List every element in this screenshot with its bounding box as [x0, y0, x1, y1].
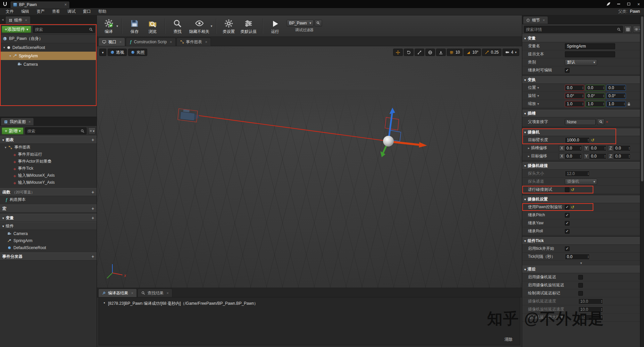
lit-mode-button[interactable]: 光照 [128, 49, 147, 56]
maximize-button[interactable] [624, 0, 633, 8]
lock-icon[interactable] [627, 102, 631, 106]
tree-row-camera[interactable]: Camera [0, 60, 97, 68]
construction-script-item[interactable]: 构造脚本 [0, 196, 97, 203]
location-z-field[interactable]: 0.0 [606, 85, 626, 91]
close-icon[interactable] [205, 40, 207, 44]
inherit-pitch-checkbox[interactable] [565, 213, 570, 218]
close-icon[interactable] [119, 40, 121, 44]
inherit-yaw-checkbox[interactable] [565, 221, 570, 226]
draw-debug-lag-checkbox[interactable] [578, 291, 583, 296]
details-search-input[interactable] [526, 27, 615, 32]
menu-view[interactable]: 查看 [48, 8, 64, 15]
reset-to-default-icon[interactable] [591, 138, 594, 142]
probe-channel-select[interactable]: 摄像机 [565, 179, 597, 185]
location-x-field[interactable]: 0.0 [565, 85, 584, 91]
collapse-icon[interactable] [2, 138, 4, 142]
collapse-panel-icon[interactable] [1, 17, 5, 22]
scale-x-field[interactable]: 1.0 [565, 101, 584, 107]
compile-button[interactable]: 编译 [100, 16, 117, 36]
expand-advanced-icon[interactable] [522, 261, 640, 266]
gizmo-x-arrow[interactable] [392, 142, 420, 145]
menu-window[interactable]: 窗口 [79, 8, 95, 15]
target-offset-z[interactable]: Z0.0 [608, 153, 631, 159]
field-label[interactable]: 目标偏移 [528, 153, 559, 159]
hide-unrelated-options-icon[interactable] [211, 24, 212, 28]
property-matrix-button[interactable] [624, 26, 632, 33]
section-camera[interactable]: 摄像机 [522, 128, 640, 136]
grid-snap-button[interactable]: 10 [447, 49, 463, 56]
tab-construction-script[interactable]: Construction Scrip [126, 38, 175, 46]
tree-row-springarm[interactable]: SpringArm [0, 52, 97, 60]
viewport-options-button[interactable] [99, 49, 106, 56]
tab-viewport[interactable]: 视口 [98, 38, 125, 46]
close-icon[interactable] [166, 291, 168, 295]
section-lag[interactable]: 滞后 [522, 266, 640, 273]
event-item[interactable]: 事件Tick [0, 165, 97, 172]
components-category-header[interactable]: 组件 [0, 222, 97, 230]
menu-edit[interactable]: 编辑 [17, 8, 33, 15]
close-button[interactable] [634, 0, 643, 8]
my-blueprint-search[interactable] [25, 127, 87, 134]
inherit-roll-checkbox[interactable] [565, 229, 570, 234]
tab-find-results[interactable]: 查找结果 [138, 289, 172, 297]
field-label[interactable]: 旋转 [528, 93, 565, 99]
close-icon[interactable] [543, 18, 545, 22]
target-offset-y[interactable]: Y0.0 [583, 153, 606, 159]
tree-row-defaultsceneroot[interactable]: DefaultSceneRoot [0, 43, 97, 52]
event-graph-item[interactable]: 事件图表 [0, 144, 97, 151]
menu-asset[interactable]: 资产 [33, 8, 48, 15]
functions-header[interactable]: 函数 （20可覆盖） [0, 188, 97, 196]
new-button[interactable]: 新增 [2, 127, 23, 134]
details-search[interactable] [524, 26, 623, 33]
variable-springarm-item[interactable]: SpringArm [0, 237, 97, 244]
variables-header[interactable]: 变量 [0, 214, 97, 222]
section-component-tick[interactable]: 组件Tick [522, 237, 640, 245]
enable-camera-lag-checkbox[interactable] [578, 275, 583, 280]
visibility-filter-button[interactable] [88, 127, 96, 134]
section-transform[interactable]: 变换 [522, 76, 640, 84]
category-select[interactable]: 默认 [565, 59, 597, 65]
close-icon[interactable] [131, 291, 133, 295]
debug-search-button[interactable] [315, 20, 322, 26]
tooltip-field[interactable] [565, 51, 615, 57]
play-button[interactable]: 运行 [267, 16, 283, 36]
section-variable[interactable]: 变量 [522, 35, 640, 42]
add-macro-icon[interactable] [92, 206, 94, 211]
tab-components[interactable]: 组件 [5, 16, 31, 24]
macros-header[interactable]: 宏 [0, 205, 97, 213]
my-blueprint-search-input[interactable] [27, 129, 79, 133]
start-with-tick-checkbox[interactable] [565, 246, 570, 251]
variable-defaultsceneroot-item[interactable]: DefaultSceneRoot [0, 244, 97, 251]
window-tab-bp-pawn[interactable]: BP_Pawn [10, 1, 70, 8]
variable-name-field[interactable]: SpringArm [565, 43, 615, 49]
debug-object-select[interactable]: BP_Pawn [287, 20, 314, 26]
components-search-input[interactable] [35, 27, 88, 32]
section-sockets[interactable]: 插槽 [522, 110, 640, 117]
scale-tool-button[interactable] [415, 49, 424, 56]
tab-my-blueprint[interactable]: 我的蓝图 [1, 118, 34, 125]
expander-icon[interactable] [3, 46, 5, 49]
socket-offset-y[interactable]: Y0.0 [583, 145, 606, 151]
log-entry[interactable]: [8278.23]BP_Pawn 编译成功![68 毫秒内]（/Game/Fre… [99, 297, 520, 310]
parent-socket-field[interactable]: None [565, 119, 596, 125]
add-variable-icon[interactable] [92, 215, 94, 221]
do-collision-test-checkbox[interactable] [565, 187, 570, 192]
graphs-header[interactable]: 图表 [0, 136, 97, 144]
minimize-button[interactable] [614, 0, 623, 8]
reset-to-default-icon[interactable] [571, 205, 574, 210]
add-graph-icon[interactable] [92, 137, 94, 142]
dispatchers-header[interactable]: 事件分发器 [0, 252, 97, 261]
details-scrollbar[interactable] [640, 15, 644, 347]
field-label[interactable]: 缩放 [528, 101, 565, 107]
event-item[interactable]: 事件开始运行 [0, 151, 97, 158]
camera-actor[interactable] [178, 109, 199, 122]
parent-class-value[interactable]: Pawn [630, 9, 640, 14]
tab-close-icon[interactable] [64, 2, 67, 7]
enable-camera-rotation-lag-checkbox[interactable] [578, 283, 583, 288]
use-pawn-control-checkbox[interactable] [565, 205, 570, 210]
components-search[interactable] [33, 26, 95, 33]
scale-z-field[interactable]: 1.0 [606, 101, 626, 107]
camera-speed-button[interactable]: 4 [502, 49, 519, 56]
tab-event-graph[interactable]: 事件图表 [176, 38, 211, 46]
camera-lag-speed-field[interactable]: 10.0 [578, 298, 603, 304]
